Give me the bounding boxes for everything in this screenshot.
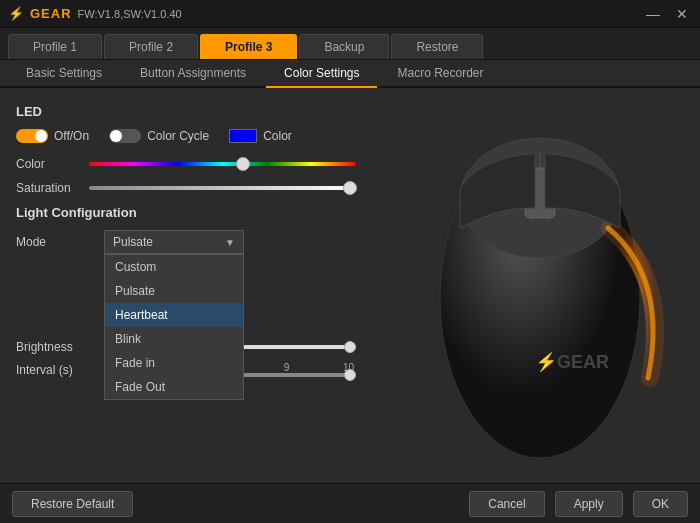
color-slider-thumb[interactable] bbox=[236, 157, 250, 171]
dropdown-item-blink[interactable]: Blink bbox=[105, 327, 243, 351]
close-button[interactable]: ✕ bbox=[672, 6, 692, 22]
light-config: Light Configuration Mode Pulsate ▼ Custo… bbox=[16, 205, 356, 377]
color-swatch-option: Color bbox=[229, 129, 292, 143]
interval-slider-thumb[interactable] bbox=[344, 369, 356, 381]
bottom-bar: Restore Default Cancel Apply OK bbox=[0, 483, 700, 523]
main-content: LED Off/On Color Cycle Color bbox=[0, 88, 700, 471]
mode-dropdown-button[interactable]: Pulsate ▼ bbox=[104, 230, 244, 254]
dropdown-item-fadeout[interactable]: Fade Out bbox=[105, 375, 243, 399]
tab-profile2[interactable]: Profile 2 bbox=[104, 34, 198, 59]
led-heading: LED bbox=[16, 104, 356, 119]
svg-text:⚡GEAR: ⚡GEAR bbox=[535, 351, 609, 373]
bottom-right-buttons: Cancel Apply OK bbox=[469, 491, 688, 517]
dropdown-item-custom[interactable]: Custom bbox=[105, 255, 243, 279]
saturation-slider-container bbox=[89, 181, 356, 195]
saturation-slider-row: Saturation bbox=[16, 181, 356, 195]
tab-profile3[interactable]: Profile 3 bbox=[200, 34, 297, 59]
mode-dropdown-container: Pulsate ▼ Custom Pulsate Heartbeat Blink… bbox=[104, 230, 244, 254]
apply-button[interactable]: Apply bbox=[555, 491, 623, 517]
minimize-button[interactable]: — bbox=[642, 6, 664, 22]
offon-label: Off/On bbox=[54, 129, 89, 143]
tab-button-assignments[interactable]: Button Assignments bbox=[122, 60, 264, 88]
restore-default-button[interactable]: Restore Default bbox=[12, 491, 133, 517]
title-bar: ⚡ GEAR FW:V1.8,SW:V1.0.40 — ✕ bbox=[0, 0, 700, 28]
tab-backup[interactable]: Backup bbox=[299, 34, 389, 59]
color-swatch[interactable] bbox=[229, 129, 257, 143]
title-bar-right: — ✕ bbox=[642, 6, 692, 22]
gear-text: GEAR bbox=[30, 6, 72, 21]
interval-label: Interval (s) bbox=[16, 363, 96, 377]
mode-dropdown-value: Pulsate bbox=[113, 235, 153, 249]
mode-label: Mode bbox=[16, 235, 96, 249]
tab-color-settings[interactable]: Color Settings bbox=[266, 60, 377, 88]
tab-restore[interactable]: Restore bbox=[391, 34, 483, 59]
saturation-slider-thumb[interactable] bbox=[343, 181, 357, 195]
mode-row: Mode Pulsate ▼ Custom Pulsate Heartbeat … bbox=[16, 230, 356, 254]
colorcycle-toggle-option: Color Cycle bbox=[109, 129, 209, 143]
saturation-slider-label: Saturation bbox=[16, 181, 81, 195]
brightness-label: Brightness bbox=[16, 340, 96, 354]
offon-toggle-option: Off/On bbox=[16, 129, 89, 143]
num-9: 9 bbox=[284, 362, 290, 373]
led-options: Off/On Color Cycle Color bbox=[16, 129, 356, 143]
color-slider-label: Color bbox=[16, 157, 81, 171]
left-panel: LED Off/On Color Cycle Color bbox=[16, 100, 356, 459]
fw-info: FW:V1.8,SW:V1.0.40 bbox=[78, 8, 182, 20]
title-bar-left: ⚡ GEAR FW:V1.8,SW:V1.0.40 bbox=[8, 6, 182, 21]
colorcycle-knob bbox=[110, 130, 122, 142]
tab-profile1[interactable]: Profile 1 bbox=[8, 34, 102, 59]
color-slider-row: Color bbox=[16, 157, 356, 171]
dropdown-item-fadein[interactable]: Fade in bbox=[105, 351, 243, 375]
fnatic-logo: ⚡ bbox=[8, 6, 24, 21]
light-config-heading: Light Configuration bbox=[16, 205, 356, 220]
offon-toggle[interactable] bbox=[16, 129, 48, 143]
profile-tabs: Profile 1 Profile 2 Profile 3 Backup Res… bbox=[0, 28, 700, 60]
mouse-svg: ⚡GEAR bbox=[380, 78, 700, 478]
saturation-track bbox=[89, 186, 356, 190]
dropdown-item-heartbeat[interactable]: Heartbeat bbox=[105, 303, 243, 327]
brightness-slider-thumb[interactable] bbox=[344, 341, 356, 353]
offon-knob bbox=[35, 130, 47, 142]
dropdown-item-pulsate[interactable]: Pulsate bbox=[105, 279, 243, 303]
colorcycle-label: Color Cycle bbox=[147, 129, 209, 143]
mouse-image: ⚡GEAR bbox=[380, 78, 700, 478]
color-slider-container bbox=[89, 157, 356, 171]
dropdown-arrow-icon: ▼ bbox=[225, 237, 235, 248]
mode-dropdown-menu: Custom Pulsate Heartbeat Blink Fade in F… bbox=[104, 254, 244, 400]
color-track bbox=[89, 162, 356, 166]
ok-button[interactable]: OK bbox=[633, 491, 688, 517]
tab-basic-settings[interactable]: Basic Settings bbox=[8, 60, 120, 88]
cancel-button[interactable]: Cancel bbox=[469, 491, 544, 517]
colorcycle-toggle[interactable] bbox=[109, 129, 141, 143]
color-label: Color bbox=[263, 129, 292, 143]
